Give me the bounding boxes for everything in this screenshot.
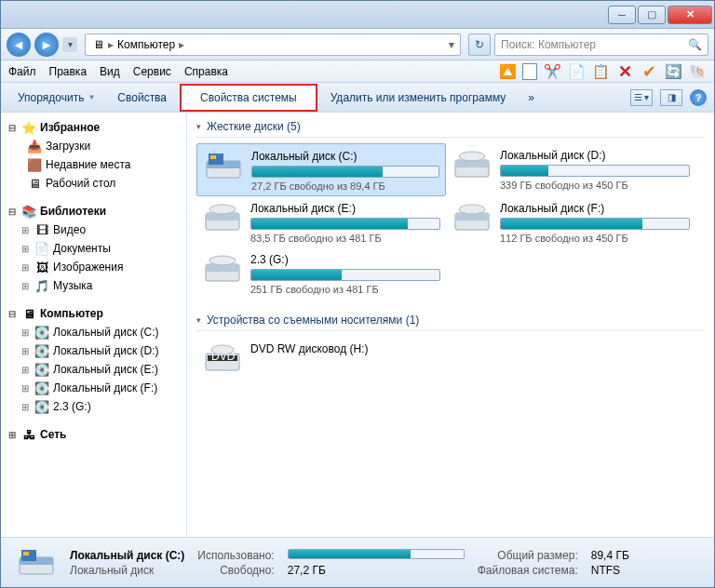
drive-free-text: 112 ГБ свободно из 450 ГБ: [500, 233, 690, 244]
menu-edit[interactable]: Правка: [49, 65, 88, 78]
network-node[interactable]: ⊞🖧Сеть: [5, 425, 182, 444]
system-properties-button[interactable]: Свойства системы: [180, 84, 317, 112]
favorites-node[interactable]: ⊟⭐Избранное: [5, 118, 182, 137]
drive-icon: [452, 200, 492, 237]
status-free-label: Свободно:: [197, 564, 274, 577]
drive-icon: [452, 147, 492, 184]
pictures-icon: 🖼: [34, 260, 49, 274]
music-node[interactable]: ⊞🎵Музыка: [5, 276, 182, 295]
computer-icon: 🖥: [21, 306, 36, 321]
search-placeholder: Поиск: Компьютер: [501, 38, 596, 51]
computer-node[interactable]: ⊟🖥Компьютер: [5, 304, 182, 323]
drive-item-3[interactable]: Локальный диск (F:)112 ГБ свободно из 45…: [446, 196, 695, 247]
video-node[interactable]: ⊞🎞Видео: [5, 220, 182, 239]
recent-node[interactable]: 🟫Недавние места: [5, 155, 182, 174]
back-button[interactable]: ◄: [7, 33, 31, 57]
dvd-drive-item[interactable]: DVD DVD RW дисковод (H:): [196, 337, 446, 381]
panel-icon[interactable]: [522, 63, 537, 80]
search-box[interactable]: Поиск: Компьютер 🔍: [494, 33, 708, 56]
close-button[interactable]: ✕: [668, 6, 712, 24]
help-icon[interactable]: ?: [690, 89, 707, 106]
menubar: Файл Правка Вид Сервис Справка 🔼 ✂️ 📄 📋 …: [1, 60, 714, 83]
dvd-icon: DVD: [202, 341, 243, 378]
more-button[interactable]: »: [519, 87, 544, 108]
svg-point-12: [459, 205, 485, 214]
forward-button[interactable]: ►: [34, 33, 59, 57]
selected-drive-icon: [16, 544, 57, 581]
hdd-group-header[interactable]: ▾Жесткие диски (5): [196, 116, 705, 138]
drive-name: 2.3 (G:): [250, 253, 440, 266]
maximize-button[interactable]: ▢: [638, 6, 666, 24]
drive-item-2[interactable]: Локальный диск (E:)83,5 ГБ свободно из 4…: [196, 196, 446, 247]
paste-icon[interactable]: 📋: [591, 62, 610, 81]
drive-free-text: 339 ГБ свободно из 450 ГБ: [500, 180, 690, 191]
libraries-icon: 📚: [21, 204, 36, 219]
removable-group-header[interactable]: ▾Устройства со съемными носителями (1): [196, 310, 705, 331]
navigation-pane[interactable]: ⊟⭐Избранное 📥Загрузки 🟫Недавние места 🖥Р…: [1, 113, 187, 537]
drive-icon: [202, 251, 243, 288]
svg-point-19: [211, 345, 234, 354]
drive-e-node[interactable]: ⊞💽Локальный диск (E:): [5, 360, 182, 379]
minimize-button[interactable]: ─: [608, 6, 636, 24]
drive-item-4[interactable]: 2.3 (G:)251 ГБ свободно из 481 ГБ: [196, 247, 446, 299]
menu-service[interactable]: Сервис: [133, 65, 171, 78]
refresh2-icon[interactable]: 🔄: [664, 62, 682, 81]
video-icon: 🎞: [34, 222, 49, 237]
drive-icon: [203, 148, 244, 185]
status-free-value: 27,2 ГБ: [288, 564, 465, 577]
delete-icon[interactable]: ✕: [615, 62, 634, 81]
copy-icon[interactable]: 📄: [567, 62, 586, 81]
drive-c-node[interactable]: ⊞💽Локальный диск (C:): [5, 323, 182, 341]
ok-icon[interactable]: ✔: [640, 62, 658, 81]
address-dropdown[interactable]: ▾: [443, 38, 460, 51]
status-subtitle: Локальный диск: [70, 564, 184, 577]
shell-icon[interactable]: 🐚: [688, 62, 707, 81]
status-grid: Локальный диск (C:) Использовано: Общий …: [70, 549, 642, 577]
desktop-node[interactable]: 🖥Рабочий стол: [5, 174, 182, 193]
menu-view[interactable]: Вид: [100, 65, 120, 78]
drive-item-1[interactable]: Локальный диск (D:)339 ГБ свободно из 45…: [446, 143, 695, 196]
hdd-group: ▾Жесткие диски (5) Локальный диск (C:)27…: [196, 116, 705, 299]
view-mode-button[interactable]: ☰ ▾: [630, 89, 653, 106]
drive-icon: 💽: [34, 343, 49, 358]
drive-d-node[interactable]: ⊞💽Локальный диск (D:): [5, 341, 182, 360]
details-pane: Локальный диск (C:) Использовано: Общий …: [1, 537, 714, 587]
drive-g-node[interactable]: ⊞💽2.3 (G:): [5, 397, 182, 416]
menu-help[interactable]: Справка: [184, 65, 228, 78]
libraries-node[interactable]: ⊟📚Библиотеки: [5, 202, 182, 220]
drive-item-0[interactable]: Локальный диск (C:)27,2 ГБ свободно из 8…: [196, 143, 446, 196]
computer-icon: 🖥: [93, 38, 104, 51]
uninstall-button[interactable]: Удалить или изменить программу: [321, 87, 516, 108]
downloads-node[interactable]: 📥Загрузки: [5, 137, 182, 155]
drive-name: Локальный диск (C:): [251, 150, 439, 163]
svg-rect-23: [23, 552, 29, 555]
drive-icon: 💽: [34, 325, 49, 340]
properties-button[interactable]: Свойства: [108, 87, 176, 108]
preview-pane-button[interactable]: ◨: [660, 89, 682, 106]
documents-node[interactable]: ⊞📄Документы: [5, 239, 182, 258]
menu-file[interactable]: Файл: [8, 65, 36, 78]
drive-name: Локальный диск (D:): [500, 149, 690, 162]
pictures-node[interactable]: ⊞🖼Изображения: [5, 258, 182, 276]
breadcrumb-computer[interactable]: 🖥 ▸ Компьютер ▸: [86, 34, 192, 55]
status-fs-value: NTFS: [591, 564, 629, 577]
drive-icon: 💽: [34, 399, 49, 414]
network-icon: 🖧: [21, 427, 36, 442]
custom-toolbar: 🔼 ✂️ 📄 📋 ✕ ✔ 🔄 🐚: [498, 62, 707, 81]
refresh-button[interactable]: ↻: [468, 33, 491, 56]
dvd-name: DVD RW дисковод (H:): [250, 342, 440, 355]
cut-icon[interactable]: ✂️: [543, 62, 561, 81]
up-icon[interactable]: 🔼: [498, 62, 517, 81]
drive-usage-bar: [250, 218, 440, 230]
svg-point-9: [209, 205, 236, 214]
navbar: ◄ ► ▾ 🖥 ▸ Компьютер ▸ ▾ ↻ Поиск: Компьют…: [1, 29, 714, 60]
status-total-value: 89,4 ГБ: [591, 549, 629, 562]
drive-free-text: 83,5 ГБ свободно из 481 ГБ: [250, 233, 440, 244]
drive-name: Локальный диск (E:): [250, 202, 440, 215]
organize-button[interactable]: Упорядочить▼: [8, 87, 104, 108]
titlebar: ─ ▢ ✕: [1, 1, 714, 29]
drive-f-node[interactable]: ⊞💽Локальный диск (F:): [5, 379, 182, 397]
history-dropdown[interactable]: ▾: [62, 37, 77, 52]
content-pane[interactable]: ▾Жесткие диски (5) Локальный диск (C:)27…: [187, 113, 714, 537]
address-bar[interactable]: 🖥 ▸ Компьютер ▸ ▾: [85, 33, 461, 56]
